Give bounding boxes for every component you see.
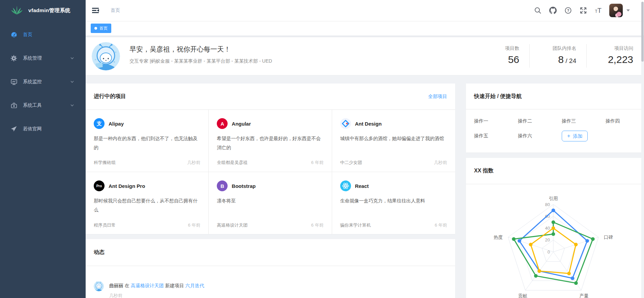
- index-card: XX 指数 020406080引用口碑产量贡献热度: [466, 158, 641, 298]
- project-group-link[interactable]: 全组都是吴彦祖: [217, 160, 247, 166]
- chevron-down-icon: [70, 80, 74, 84]
- quicknav-link-0[interactable]: 操作一: [474, 118, 488, 124]
- font-size-icon[interactable]: TT: [595, 7, 602, 14]
- project-head: A Angular: [217, 118, 323, 129]
- stat-value: 8 / 24: [540, 54, 576, 66]
- greeting-title: 早安，吴彦祖，祝你开心每一天！: [129, 45, 272, 54]
- scrollbar-thumb[interactable]: [641, 2, 644, 62]
- project-footer: 高逼格设计天团 6 年前: [217, 222, 323, 228]
- fullscreen-icon[interactable]: [580, 7, 587, 14]
- project-name[interactable]: React: [355, 183, 369, 189]
- activity-title: 动态: [94, 249, 105, 256]
- project-name[interactable]: Ant Design: [355, 121, 382, 127]
- index-header: XX 指数: [466, 158, 641, 184]
- active-dot-icon: [94, 27, 97, 30]
- project-footer: 中二少女团 几秒前: [340, 160, 447, 166]
- project-name[interactable]: Angular: [232, 121, 251, 127]
- activity-card: 动态 曲丽丽 在 高逼格设计天团 新建项目 六月迭代 几秒前: [86, 239, 455, 298]
- quicknav-cell-add: + 添加: [554, 129, 597, 143]
- project-group-link[interactable]: 程序员日常: [94, 222, 116, 228]
- project-name[interactable]: Ant Design Pro: [109, 183, 145, 189]
- projects-header: 进行中的项目 全部项目: [86, 84, 455, 109]
- app-logo[interactable]: vfadmin管理系统: [0, 0, 86, 21]
- sidebar-item-label: 首页: [23, 32, 74, 38]
- sidebar-item-label: 系统管理: [23, 55, 70, 61]
- stats-row: 项目数 56团队内排名 8 / 24项目访问 2,223: [473, 44, 633, 68]
- project-group-link[interactable]: 科学搬砖组: [94, 160, 116, 166]
- add-button[interactable]: + 添加: [562, 131, 588, 141]
- project-footer: 全组都是吴彦祖 6 年前: [217, 160, 323, 166]
- search-icon[interactable]: [534, 7, 541, 14]
- app-title: vfadmin管理系统: [28, 7, 70, 14]
- project-footer: 骗你来学计算机 6 年前: [340, 222, 447, 228]
- project-card-2[interactable]: Ant Design 城镇中有那么多的酒馆，她却偏偏走进了我的酒馆 中二少女团 …: [332, 110, 455, 172]
- quicknav-cell-1: 操作二: [510, 114, 554, 129]
- projects-card: 进行中的项目 全部项目 支 Alipay 那是一种内在的东西，他们到达不了，也无…: [86, 84, 455, 234]
- greeting-block: 早安，吴彦祖，祝你开心每一天！ 交互专家 |蚂蚁金服 - 某某某事业群 - 某某…: [129, 45, 272, 64]
- tag-label: 首页: [99, 26, 108, 31]
- github-icon[interactable]: [549, 7, 557, 14]
- quicknav-link-3[interactable]: 操作四: [606, 118, 620, 124]
- feed-link[interactable]: 高逼格设计天团: [131, 283, 164, 288]
- index-title: XX 指数: [474, 167, 494, 174]
- project-desc: 生命就像一盒巧克力，结果往往出人意料: [340, 196, 447, 214]
- sidebar-item-1[interactable]: 系统管理: [0, 46, 86, 70]
- svg-text:口碑: 口碑: [604, 235, 613, 240]
- project-group-link[interactable]: 中二少女团: [340, 160, 362, 166]
- svg-text:40: 40: [545, 226, 550, 231]
- send-icon: [10, 125, 18, 133]
- quicknav-link-4[interactable]: 操作五: [474, 133, 488, 139]
- sidebar-item-4[interactable]: 若依官网: [0, 117, 86, 141]
- project-name[interactable]: Alipay: [109, 121, 124, 127]
- quicknav-link-5[interactable]: 操作六: [518, 133, 532, 139]
- user-avatar[interactable]: [609, 4, 623, 17]
- project-desc: 凛冬将至: [217, 196, 323, 214]
- project-name[interactable]: Bootstrap: [232, 183, 256, 189]
- project-card-1[interactable]: A Angular 希望是一个好东西，也许是最好的，好东西是不会消亡的 全组都是…: [209, 110, 332, 172]
- project-group-link[interactable]: 骗你来学计算机: [340, 222, 371, 228]
- sidebar-item-0[interactable]: 首页: [0, 23, 86, 46]
- main-content: 早安，吴彦祖，祝你开心每一天！ 交互专家 |蚂蚁金服 - 某某某事业群 - 某某…: [86, 36, 644, 298]
- stat-label: 团队内排名: [540, 45, 576, 52]
- bootstrap-logo-icon: B: [217, 180, 228, 191]
- stat-2: 项目访问 2,223: [586, 44, 633, 68]
- stat-label: 项目访问: [597, 45, 633, 52]
- caret-down-icon[interactable]: [626, 9, 630, 11]
- antdesign-logo-icon: [340, 118, 351, 129]
- feed-link[interactable]: 六月迭代: [185, 283, 204, 288]
- project-card-3[interactable]: Pro Ant Design Pro 那时候我只会想自己想要什么，从不想自己拥有…: [86, 172, 209, 234]
- chevron-down-icon: [70, 56, 74, 60]
- toolbox-icon: [10, 102, 18, 109]
- projects-title: 进行中的项目: [94, 93, 126, 100]
- project-group-link[interactable]: 高逼格设计天团: [217, 222, 247, 228]
- sidebar-item-3[interactable]: 系统工具: [0, 94, 86, 117]
- quicknav-title: 快速开始 / 便捷导航: [474, 93, 522, 100]
- quicknav-cell-2: 操作三: [554, 114, 597, 129]
- project-head: 支 Alipay: [94, 118, 200, 129]
- svg-text:20: 20: [545, 237, 550, 242]
- plus-icon: +: [567, 133, 570, 139]
- tag-home[interactable]: 首页: [91, 24, 111, 33]
- quicknav-card: 快速开始 / 便捷导航 操作一操作二操作三操作四操作五操作六 + 添加: [466, 84, 641, 153]
- stat-0: 项目数 56: [473, 44, 529, 68]
- all-projects-link[interactable]: 全部项目: [428, 94, 447, 100]
- sidebar-item-label: 系统工具: [23, 102, 70, 108]
- welcome-card: 早安，吴彦祖，祝你开心每一天！ 交互专家 |蚂蚁金服 - 某某某事业群 - 某某…: [86, 37, 641, 75]
- project-card-5[interactable]: React 生命就像一盒巧克力，结果往往出人意料 骗你来学计算机 6 年前: [332, 172, 455, 234]
- sidebar-item-2[interactable]: 系统监控: [0, 70, 86, 94]
- gear-icon: [10, 55, 18, 62]
- project-card-4[interactable]: B Bootstrap 凛冬将至 高逼格设计天团 6 年前: [209, 172, 332, 234]
- sidebar-toggle-icon[interactable]: [92, 7, 99, 14]
- chevron-down-icon: [70, 103, 74, 107]
- quicknav-cell-3: 操作四: [597, 114, 641, 129]
- stat-value: 56: [483, 54, 519, 66]
- sidebar: vfadmin管理系统 首页系统管理系统监控系统工具若依官网: [0, 0, 86, 298]
- quicknav-header: 快速开始 / 便捷导航: [466, 84, 641, 109]
- quicknav-link-2[interactable]: 操作三: [562, 118, 576, 124]
- page-scrollbar[interactable]: [641, 0, 644, 298]
- help-icon[interactable]: ?: [564, 7, 572, 14]
- project-card-0[interactable]: 支 Alipay 那是一种内在的东西，他们到达不了，也无法触及的 科学搬砖组 几…: [86, 110, 209, 172]
- quicknav-link-1[interactable]: 操作二: [518, 118, 532, 124]
- activity-header: 动态: [86, 239, 455, 266]
- project-updated-time: 几秒前: [187, 160, 200, 166]
